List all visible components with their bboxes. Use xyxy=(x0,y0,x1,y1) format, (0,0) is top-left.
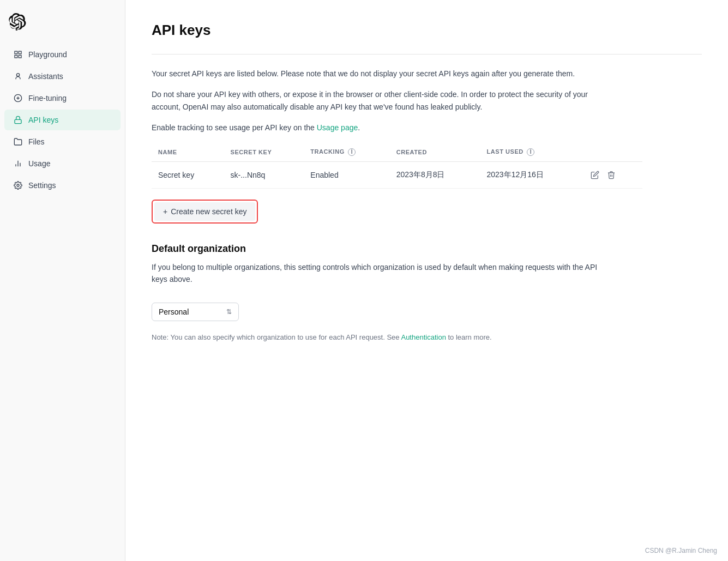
tracking-info-icon[interactable]: i xyxy=(348,148,356,156)
files-label: Files xyxy=(28,137,45,146)
finetuning-icon xyxy=(13,93,23,103)
sidebar-item-settings[interactable]: Settings xyxy=(4,175,121,196)
chevron-icon: ⇅ xyxy=(226,308,232,316)
main-content: API keys Your secret API keys are listed… xyxy=(125,0,728,561)
org-note: Note: You can also specify which organiz… xyxy=(152,332,544,343)
row-actions xyxy=(583,161,642,188)
usage-page-link[interactable]: Usage page xyxy=(317,123,358,132)
row-tracking: Enabled xyxy=(304,161,389,188)
note-prefix: Note: You can also specify which organiz… xyxy=(152,333,401,341)
sidebar-item-apikeys[interactable]: API keys xyxy=(4,110,121,130)
apikeys-label: API keys xyxy=(28,116,58,124)
svg-rect-2 xyxy=(15,55,17,58)
playground-icon xyxy=(13,50,23,59)
assistants-label: Assistants xyxy=(28,72,63,81)
col-header-secretkey: SECRET KEY xyxy=(224,143,304,162)
lastused-info-icon[interactable]: i xyxy=(527,148,534,156)
watermark: CSDN @R.Jamin Cheng xyxy=(645,547,717,554)
col-header-tracking: TRACKING i xyxy=(304,143,389,162)
create-secret-key-button[interactable]: + Create new secret key xyxy=(154,202,255,221)
description-1: Your secret API keys are listed below. P… xyxy=(152,68,599,80)
authentication-link[interactable]: Authentication xyxy=(401,333,446,341)
sidebar-item-playground[interactable]: Playground xyxy=(4,44,121,65)
finetuning-label: Fine-tuning xyxy=(28,94,67,102)
sidebar-item-finetuning[interactable]: Fine-tuning xyxy=(4,88,121,108)
files-icon xyxy=(13,137,23,147)
col-header-created: CREATED xyxy=(390,143,480,162)
default-org-title: Default organization xyxy=(152,243,702,255)
delete-key-icon[interactable] xyxy=(606,170,617,180)
row-created: 2023年8月8日 xyxy=(390,161,480,188)
action-icons-group xyxy=(589,170,636,180)
usage-label: Usage xyxy=(28,159,50,168)
row-name: Secret key xyxy=(152,161,224,188)
sidebar-item-usage[interactable]: Usage xyxy=(4,153,121,174)
openai-logo xyxy=(9,13,26,31)
svg-rect-3 xyxy=(19,55,21,58)
apikeys-icon xyxy=(13,115,23,125)
settings-label: Settings xyxy=(28,181,56,190)
sidebar: Playground Assistants Fine-tuning API ke… xyxy=(0,0,125,561)
sidebar-item-assistants[interactable]: Assistants xyxy=(4,66,121,87)
create-button-wrapper: + Create new secret key xyxy=(152,200,258,224)
assistants-icon xyxy=(13,71,23,81)
row-secret-key: sk-...Nn8q xyxy=(224,161,304,188)
plus-icon: + xyxy=(163,207,167,216)
page-title: API keys xyxy=(152,22,702,39)
col-header-lastused: LAST USED i xyxy=(480,143,583,162)
svg-rect-0 xyxy=(15,51,17,54)
description-2: Do not share your API key with others, o… xyxy=(152,88,599,113)
usage-icon xyxy=(13,159,23,168)
sidebar-item-files[interactable]: Files xyxy=(4,131,121,152)
playground-label: Playground xyxy=(28,50,67,59)
svg-rect-1 xyxy=(19,51,21,54)
svg-rect-5 xyxy=(15,119,21,123)
settings-icon xyxy=(13,180,23,190)
default-org-description: If you belong to multiple organizations,… xyxy=(152,261,599,286)
svg-point-4 xyxy=(16,74,19,76)
svg-point-9 xyxy=(17,184,19,186)
divider xyxy=(152,54,702,55)
logo-area xyxy=(0,9,125,44)
tracking-text: Enable tracking to see usage per API key… xyxy=(152,123,317,132)
col-header-name: NAME xyxy=(152,143,224,162)
org-select-value: Personal xyxy=(159,307,189,316)
row-last-used: 2023年12月16日 xyxy=(480,161,583,188)
col-header-actions xyxy=(583,143,642,162)
table-row: Secret key sk-...Nn8q Enabled 2023年8月8日 … xyxy=(152,161,642,188)
create-btn-label: Create new secret key xyxy=(171,207,246,216)
api-keys-table: NAME SECRET KEY TRACKING i CREATED LAST … xyxy=(152,143,642,189)
tracking-description: Enable tracking to see usage per API key… xyxy=(152,122,599,134)
org-select[interactable]: Personal ⇅ xyxy=(152,303,239,321)
edit-key-icon[interactable] xyxy=(589,170,600,180)
note-suffix: to learn more. xyxy=(446,333,492,341)
